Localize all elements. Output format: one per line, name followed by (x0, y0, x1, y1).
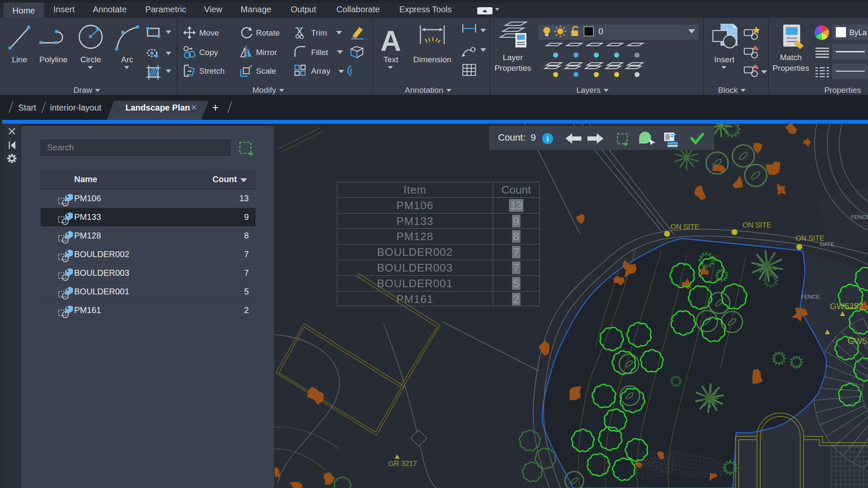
svg-text:i: i (546, 135, 548, 143)
svg-text:ON SITE: ON SITE (670, 223, 699, 231)
svg-text:GR 3217: GR 3217 (388, 460, 417, 468)
svg-text:FENCE: FENCE (801, 294, 820, 300)
svg-text:ByLa: ByLa (849, 28, 867, 37)
svg-text:A: A (380, 25, 401, 57)
svg-text:FENCE: FENCE (851, 214, 868, 220)
svg-text:ON SITE: ON SITE (743, 221, 771, 229)
svg-text:GATE: GATE (820, 241, 835, 247)
svg-text:GW5252: GW5252 (830, 302, 863, 311)
svg-text:0: 0 (598, 27, 603, 36)
svg-text:GW525: GW525 (848, 336, 868, 346)
